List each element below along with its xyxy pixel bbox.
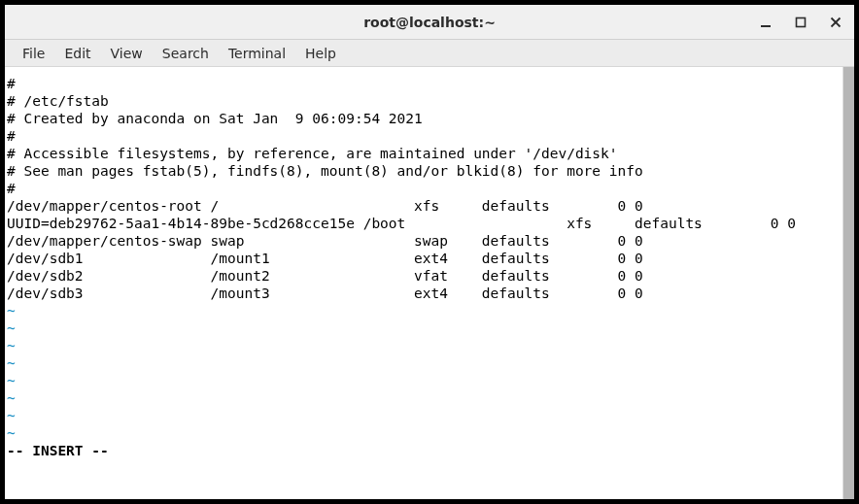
tilde-line: ~ <box>7 372 841 389</box>
file-line: # Created by anaconda on Sat Jan 9 06:09… <box>7 110 841 127</box>
file-line: UUID=deb29762-5aa1-4b14-89be-5cd268cce15… <box>7 215 841 232</box>
close-button[interactable] <box>823 10 848 35</box>
file-line: /dev/mapper/centos-swap swap swap defaul… <box>7 232 841 250</box>
maximize-icon <box>795 17 807 28</box>
file-line: # Accessible filesystems, by reference, … <box>7 145 841 162</box>
terminal-viewport: ## /etc/fstab# Created by anaconda on Sa… <box>5 67 854 499</box>
file-line: # /etc/fstab <box>7 92 841 110</box>
file-line: # <box>7 127 841 145</box>
minimize-icon <box>760 17 772 28</box>
file-line: /dev/sdb1 /mount1 ext4 defaults 0 0 <box>7 250 841 267</box>
scrollbar-thumb[interactable] <box>843 67 854 499</box>
window-controls <box>753 5 848 39</box>
scrollbar[interactable] <box>842 67 854 499</box>
file-line: /dev/sdb2 /mount2 vfat defaults 0 0 <box>7 267 841 285</box>
tilde-line: ~ <box>7 407 841 424</box>
menu-terminal[interactable]: Terminal <box>219 43 295 64</box>
window-title: root@localhost:~ <box>363 15 496 30</box>
menu-edit[interactable]: Edit <box>54 43 100 64</box>
terminal-window: root@localhost:~ File Edit View <box>4 4 855 500</box>
menu-view[interactable]: View <box>101 43 153 64</box>
svg-rect-0 <box>761 25 771 27</box>
tilde-line: ~ <box>7 302 841 319</box>
terminal-text-area[interactable]: ## /etc/fstab# Created by anaconda on Sa… <box>5 67 842 499</box>
menu-file[interactable]: File <box>13 43 54 64</box>
file-line: /dev/mapper/centos-root / xfs defaults 0… <box>7 197 841 215</box>
file-line: # See man pages fstab(5), findfs(8), mou… <box>7 162 841 180</box>
tilde-line: ~ <box>7 337 841 354</box>
maximize-button[interactable] <box>788 10 813 35</box>
minimize-button[interactable] <box>753 10 778 35</box>
file-line: /dev/sdb3 /mount3 ext4 defaults 0 0 <box>7 285 841 302</box>
close-icon <box>830 17 842 28</box>
tilde-line: ~ <box>7 319 841 337</box>
tilde-line: ~ <box>7 389 841 407</box>
file-line: # <box>7 75 841 92</box>
tilde-line: ~ <box>7 354 841 372</box>
svg-rect-1 <box>797 17 806 26</box>
menu-help[interactable]: Help <box>295 43 346 64</box>
file-line: # <box>7 180 841 197</box>
titlebar: root@localhost:~ <box>5 5 854 40</box>
vim-mode-line: -- INSERT -- <box>7 442 841 459</box>
menubar: File Edit View Search Terminal Help <box>5 40 854 67</box>
tilde-line: ~ <box>7 424 841 442</box>
menu-search[interactable]: Search <box>153 43 219 64</box>
